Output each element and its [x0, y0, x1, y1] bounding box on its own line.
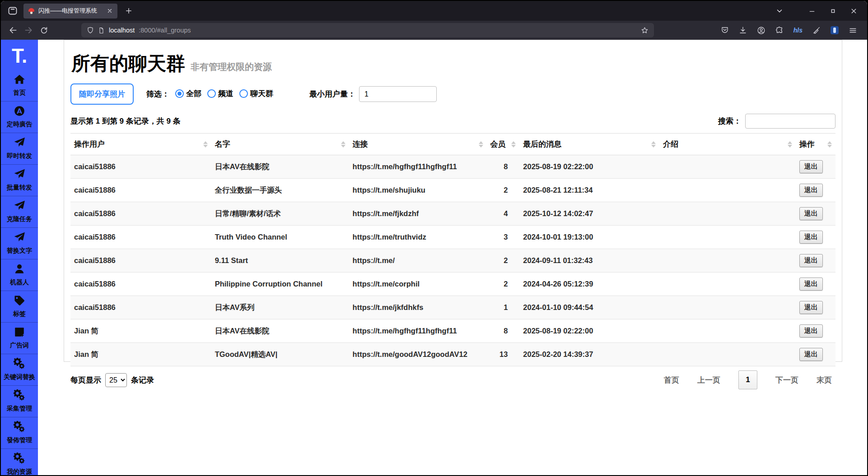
- forward-icon[interactable]: [22, 23, 35, 37]
- back-icon[interactable]: [6, 23, 20, 37]
- exit-group-button[interactable]: 退出: [799, 160, 823, 173]
- exit-group-button[interactable]: 退出: [799, 301, 823, 314]
- cell-name: TGoodAV|精选AV|: [211, 343, 349, 366]
- table-row: Jian 简TGoodAV|精选AV|https://t.me/goodAV12…: [70, 343, 835, 366]
- column-header-5[interactable]: 最后的消息: [519, 134, 659, 155]
- records-info: 显示第 1 到第 9 条记录，共 9 条: [70, 116, 181, 126]
- telegram-extension-icon[interactable]: [831, 26, 839, 34]
- pagination-current-page[interactable]: 1: [738, 370, 757, 389]
- exit-group-button[interactable]: 退出: [799, 324, 823, 337]
- user-icon: [14, 263, 25, 277]
- search-input[interactable]: [745, 114, 835, 129]
- extensions-icon[interactable]: [775, 26, 784, 34]
- column-header-7[interactable]: 操作: [796, 134, 835, 155]
- sidebar-item-label: 首页: [13, 89, 26, 97]
- sidebar-item-發佈管理[interactable]: 發佈管理: [1, 417, 38, 448]
- exit-group-button[interactable]: 退出: [799, 207, 823, 220]
- page-info-icon[interactable]: [98, 27, 105, 34]
- tab-strip: 闪推——电报管理系统: [1, 1, 867, 21]
- page-head: 所有的聊天群 非有管理权限的资源: [71, 51, 835, 76]
- filter-radio-聊天群[interactable]: 聊天群: [239, 88, 273, 99]
- column-header-1[interactable]: 操作用户: [70, 134, 211, 155]
- sidebar-item-批量转发[interactable]: 批量转发: [1, 164, 38, 196]
- sidebar-item-label: 关键词替换: [4, 373, 35, 381]
- download-icon[interactable]: [739, 26, 747, 34]
- sidebar-item-首页[interactable]: 首页: [1, 70, 38, 101]
- paper-plane-icon: [14, 200, 25, 213]
- sidebar-item-替换文字[interactable]: 替换文字: [1, 227, 38, 259]
- sidebar-item-label: 發佈管理: [7, 436, 32, 444]
- reload-icon[interactable]: [37, 23, 51, 37]
- cell-members: 2: [487, 273, 520, 296]
- share-photo-button[interactable]: 随即分享照片: [70, 83, 134, 105]
- sidebar-item-label: 即时转发: [7, 152, 32, 160]
- exit-group-button[interactable]: 退出: [799, 277, 823, 291]
- sort-arrows-icon: [788, 141, 792, 148]
- exit-group-button[interactable]: 退出: [799, 231, 823, 244]
- url-bar[interactable]: localhost:8000/#all_groups: [81, 23, 654, 37]
- sidebar-item-label: 替换文字: [7, 247, 32, 255]
- table-row: caicai51886Philippine Corruption Channel…: [70, 273, 835, 296]
- cell-user: caicai51886: [70, 226, 211, 249]
- pagination-first[interactable]: 首页: [664, 375, 679, 385]
- sidebar-item-定時廣告[interactable]: 定時廣告: [1, 101, 38, 133]
- exit-group-button[interactable]: 退出: [799, 254, 823, 267]
- groups-panel: 所有的聊天群 非有管理权限的资源 随即分享照片 筛选： 全部频道聊天群 最小用户…: [64, 40, 842, 362]
- tab-close-icon[interactable]: [107, 8, 113, 14]
- column-header-4[interactable]: 会员: [487, 134, 520, 155]
- shield-icon[interactable]: [87, 27, 94, 34]
- exit-group-button[interactable]: 退出: [799, 348, 823, 361]
- column-header-3[interactable]: 连接: [349, 134, 487, 155]
- account-icon[interactable]: [757, 26, 765, 35]
- min-users-input[interactable]: [359, 86, 437, 102]
- sidebar-item-标签[interactable]: 标签: [1, 291, 38, 322]
- column-header-2[interactable]: 名字: [211, 134, 349, 155]
- page-size-select[interactable]: 25: [105, 373, 127, 387]
- page-size-prefix: 每页显示: [70, 375, 101, 385]
- firefox-view-icon[interactable]: [6, 5, 19, 17]
- exit-group-button[interactable]: 退出: [799, 184, 823, 197]
- cell-link: https://t.me/: [349, 249, 487, 273]
- filter-radio-全部[interactable]: 全部: [175, 88, 201, 99]
- pagination-last[interactable]: 末页: [817, 375, 832, 385]
- sidebar-item-广告词[interactable]: 广告词: [1, 322, 38, 354]
- blocker-icon[interactable]: [812, 26, 821, 34]
- cell-members: 2: [487, 179, 520, 202]
- cell-name: 日本AV在线影院: [211, 155, 349, 179]
- cell-last-message: 2024-10-01 19:13:00: [519, 226, 659, 249]
- sort-arrows-icon: [203, 141, 208, 148]
- bookmark-star-icon[interactable]: [641, 27, 649, 34]
- sidebar-item-即时转发[interactable]: 即时转发: [1, 133, 38, 164]
- sidebar-item-克隆任务[interactable]: 克隆任务: [1, 196, 38, 227]
- pocket-icon[interactable]: [721, 26, 729, 34]
- cell-link: https://t.me/fjkdzhf: [349, 202, 487, 226]
- close-icon[interactable]: [849, 6, 858, 15]
- cell-user: caicai51886: [70, 179, 211, 202]
- cell-link: https://t.me/shujiuku: [349, 179, 487, 202]
- browser-tab[interactable]: 闪推——电报管理系统: [23, 4, 117, 18]
- filter-radio-频道[interactable]: 频道: [207, 88, 233, 99]
- radio-circle-icon: [175, 89, 184, 98]
- sidebar-item-采集管理[interactable]: 采集管理: [1, 385, 38, 417]
- menu-icon[interactable]: [849, 26, 857, 35]
- cell-members: 4: [487, 202, 520, 226]
- note-icon: [14, 326, 25, 340]
- sidebar-item-label: 标签: [13, 310, 26, 318]
- pagination-next[interactable]: 下一页: [775, 375, 798, 385]
- sidebar-item-我的资源[interactable]: 我的资源: [1, 448, 38, 475]
- browser-window: 闪推——电报管理系统 localhost:8000/#all_grou: [0, 0, 868, 476]
- minimize-icon[interactable]: [807, 6, 817, 15]
- cell-link: https://t.me/goodAV12goodAV12: [349, 343, 487, 366]
- column-header-6[interactable]: 介绍: [659, 134, 796, 155]
- cell-last-message: 2025-02-20 14:39:37: [519, 343, 659, 366]
- radio-circle-icon: [207, 89, 216, 98]
- tab-list-icon[interactable]: [775, 6, 784, 15]
- sidebar-item-机器人[interactable]: 机器人: [1, 259, 38, 291]
- table-row: caicai51886日常/精聊/素材/话术https://t.me/fjkdz…: [70, 202, 835, 226]
- table-row: caicai51886日本AV在线影院https://t.me/hgfhgf11…: [70, 155, 835, 179]
- new-tab-button[interactable]: [125, 7, 133, 15]
- hls-extension-icon[interactable]: hls: [793, 27, 803, 34]
- pagination-prev[interactable]: 上一页: [697, 375, 720, 385]
- maximize-icon[interactable]: [828, 6, 837, 15]
- sidebar-item-关键词替换[interactable]: 关键词替换: [1, 354, 38, 385]
